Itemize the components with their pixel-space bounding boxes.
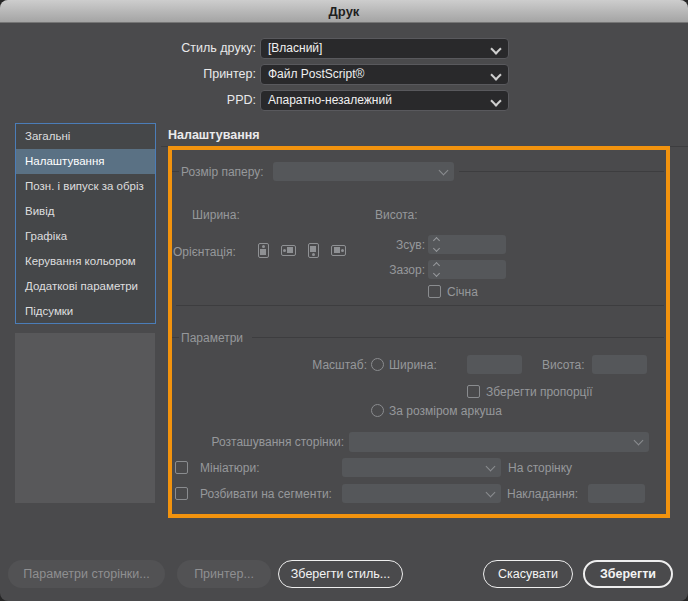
chevron-down-icon (486, 462, 496, 472)
section-title: Налаштування (168, 128, 260, 142)
gap-field[interactable] (428, 260, 506, 279)
scale-width-label: Ширина: (389, 358, 437, 372)
group-border-line (172, 337, 179, 338)
scale-height-field[interactable] (592, 355, 647, 374)
scale-custom-radio[interactable] (371, 358, 384, 371)
paper-height-label: Висота: (375, 208, 418, 222)
chevron-down-icon (634, 436, 644, 446)
chevron-down-icon (490, 95, 501, 106)
scale-height-label: Висота: (542, 358, 585, 372)
offset-field[interactable] (428, 235, 506, 254)
overlap-label: Накладання: (507, 487, 578, 501)
print-preview-area (15, 333, 155, 503)
section-divider (161, 146, 688, 147)
per-page-label: На сторінку (508, 461, 572, 475)
settings-category-list: Загальні Налаштування Позн. і випуск за … (15, 123, 156, 324)
group-border-line (172, 171, 179, 172)
gap-label: Зазор: (378, 263, 425, 277)
printer-label: Принтер: (60, 64, 256, 85)
print-dialog: Друк Стиль друку: [Власний] Принтер: Фай… (0, 0, 688, 601)
orientation-landscape-left-button[interactable] (279, 241, 298, 260)
window-title: Друк (329, 4, 360, 19)
sidebar-item-color-management[interactable]: Керування кольором (16, 249, 155, 274)
fit-to-page-label: За розміром аркуша (389, 404, 502, 418)
sidebar-item-advanced[interactable]: Додаткові параметри (16, 274, 155, 299)
group-border-line (252, 337, 664, 338)
thumbnails-checkbox[interactable] (175, 461, 188, 474)
page-placement-dropdown[interactable] (349, 432, 649, 452)
page-setup-button[interactable]: Параметри сторінки... (8, 560, 165, 588)
sidebar-item-marks-bleed[interactable]: Позн. і випуск за обріз (16, 174, 155, 199)
cancel-button[interactable]: Скасувати (483, 560, 573, 588)
fit-to-page-radio[interactable] (371, 404, 384, 417)
sidebar-item-output[interactable]: Вивід (16, 199, 155, 224)
sidebar-item-graphics[interactable]: Графіка (16, 224, 155, 249)
chevron-down-icon (490, 43, 501, 54)
paper-size-label: Розмір паперу: (181, 165, 264, 179)
paper-width-label: Ширина: (192, 208, 240, 222)
thumbnails-label: Мініатюри: (200, 461, 260, 475)
orientation-landscape-right-button[interactable] (329, 241, 348, 260)
constrain-proportions-checkbox[interactable] (467, 385, 480, 398)
paper-size-dropdown[interactable] (273, 162, 454, 181)
ppd-dropdown[interactable]: Апаратно-незалежний (260, 90, 509, 111)
sidebar-item-setup[interactable]: Налаштування (16, 149, 155, 174)
sidebar-item-general[interactable]: Загальні (16, 124, 155, 149)
transverse-checkbox[interactable] (428, 285, 441, 298)
tile-label: Розбивати на сегменти: (200, 487, 332, 501)
printer-value: Файл PostScript® (268, 67, 364, 81)
stepper-icon[interactable] (433, 262, 441, 277)
constrain-proportions-label: Зберегти пропорції (486, 385, 592, 399)
orientation-portrait-down-button[interactable] (304, 241, 323, 260)
scale-width-field[interactable] (467, 355, 522, 374)
chevron-down-icon (490, 69, 501, 80)
stepper-icon[interactable] (433, 237, 441, 252)
offset-label: Зсув: (385, 238, 425, 252)
print-preset-value: [Власний] (268, 41, 322, 55)
orientation-portrait-up-button[interactable] (254, 241, 273, 260)
ppd-label: PPD: (60, 90, 256, 111)
tile-checkbox[interactable] (175, 487, 188, 500)
printer-dropdown[interactable]: Файл PostScript® (260, 64, 509, 85)
title-bar[interactable]: Друк (0, 0, 688, 23)
chevron-down-icon (486, 488, 496, 498)
scale-label: Масштаб: (300, 358, 367, 372)
sidebar-item-summary[interactable]: Підсумки (16, 299, 155, 324)
options-group-label: Параметри (181, 331, 243, 345)
tile-dropdown[interactable] (342, 484, 501, 503)
group-border-line (176, 305, 664, 306)
save-preset-button[interactable]: Зберегти стиль... (278, 560, 403, 588)
save-button[interactable]: Зберегти (583, 560, 673, 588)
printer-button[interactable]: Принтер... (177, 560, 271, 588)
group-border-line (459, 171, 664, 172)
transverse-checkbox-label: Січна (447, 285, 478, 299)
chevron-down-icon (439, 166, 449, 176)
print-preset-label: Стиль друку: (60, 38, 256, 59)
thumbnails-dropdown[interactable] (342, 458, 501, 477)
print-preset-dropdown[interactable]: [Власний] (260, 38, 509, 59)
ppd-value: Апаратно-незалежний (268, 93, 392, 107)
overlap-field[interactable] (588, 484, 645, 503)
page-placement-label: Розташування сторінки: (200, 435, 344, 449)
orientation-label: Орієнтація: (173, 245, 236, 259)
